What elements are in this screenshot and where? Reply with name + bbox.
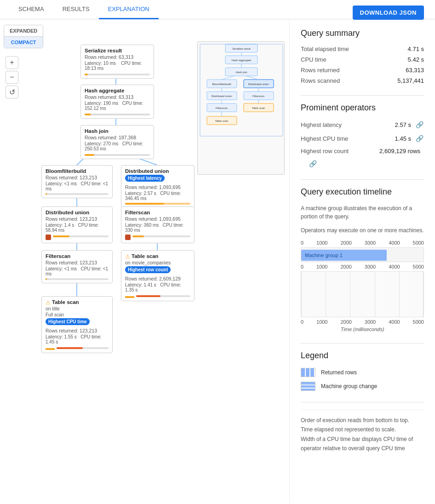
svg-text:Serialize result: Serialize result xyxy=(232,47,251,50)
rows-scanned-value: 5,137,441 xyxy=(362,77,424,84)
svg-text:Table scan: Table scan xyxy=(252,107,265,109)
prominent-operators-title: Prominent operators xyxy=(301,103,424,113)
minimap[interactable]: Serialize result Hash aggregate Hash joi… xyxy=(197,41,285,175)
returned-rows-swatch xyxy=(301,368,315,377)
svg-line-35 xyxy=(222,76,235,80)
svg-text:Hash aggregate: Hash aggregate xyxy=(232,59,252,62)
left-panel: EXPANDED COMPACT + − ↺ xyxy=(0,19,290,503)
legend-returned-rows: Returned rows xyxy=(301,368,424,377)
legend-section: Legend Returned rows Machine group chang… xyxy=(301,351,424,391)
highest-latency-badge: Highest latency xyxy=(125,175,165,182)
footer-note-1: Order of execution reads from bottom to … xyxy=(301,416,424,425)
footer-note-3: Width of a CPU time bar displays CPU tim… xyxy=(301,435,424,453)
graph-area[interactable]: Serialize result Rows returned: 63,313 L… xyxy=(0,19,289,503)
node-tablescan-title[interactable]: ⚠ Table scan on title Full scan Highest … xyxy=(41,296,113,353)
machine-group-swatch xyxy=(301,382,315,391)
timeline-axis-top: 0 1000 2000 3000 4000 5000 xyxy=(301,240,424,246)
right-panel: Query summary Total elapsed time 4.71 s … xyxy=(290,19,435,503)
machine-group-label: Machine group change xyxy=(321,383,377,389)
svg-text:Filterscan: Filterscan xyxy=(252,95,264,97)
divider-1 xyxy=(301,95,424,96)
returned-rows-label: Returned rows xyxy=(321,369,357,376)
svg-text:Distributed union: Distributed union xyxy=(211,95,232,97)
timeline-desc1: A machine group illustrates the executio… xyxy=(301,204,424,221)
highest-row-count-badge: Highest row count xyxy=(125,266,171,273)
tab-schema[interactable]: SCHEMA xyxy=(9,0,53,19)
zoom-out-button[interactable]: − xyxy=(6,71,18,84)
tab-explanation[interactable]: EXPLANATION xyxy=(99,0,159,19)
tab-results[interactable]: RESULTS xyxy=(53,0,99,19)
highest-latency-row: Highest latency 2.57 s 🔗 xyxy=(301,120,424,129)
summary-grid: Total elapsed time 4.71 s CPU time 5.42 … xyxy=(301,46,424,84)
expanded-toggle[interactable]: EXPANDED xyxy=(4,25,43,37)
divider-2 xyxy=(301,179,424,180)
warning-icon-title: ⚠ xyxy=(46,299,51,306)
zoom-reset-button[interactable]: ↺ xyxy=(6,86,18,98)
warning-icon: ⚠ xyxy=(125,253,130,260)
svg-text:Distributed union: Distributed union xyxy=(248,83,269,86)
timeline-section: Query execution timeline A machine group… xyxy=(301,187,424,332)
compact-toggle[interactable]: COMPACT xyxy=(4,37,43,48)
total-elapsed-label: Total elapsed time xyxy=(301,46,362,52)
highest-cpu-row: Highest CPU time 1.45 s 🔗 xyxy=(301,134,424,143)
legend-title: Legend xyxy=(301,351,424,361)
node-filterscan-2[interactable]: Filterscan Rows returned: 123,213 Latenc… xyxy=(41,250,113,283)
svg-text:Bloomfilterbuild: Bloomfilterbuild xyxy=(212,83,231,86)
svg-text:Filterscan: Filterscan xyxy=(216,107,228,109)
node-bloomfilterbuild[interactable]: Bloomfilterbuild Rows returned: 123,213 … xyxy=(41,165,113,198)
node-hash-aggregate[interactable]: Hash aggregate Rows returned: 63,313 Lat… xyxy=(80,85,154,119)
main-container: EXPANDED COMPACT + − ↺ xyxy=(0,19,435,503)
timeline-axis-bottom2: 0 1000 2000 3000 4000 5000 xyxy=(301,319,424,325)
svg-text:Hash join: Hash join xyxy=(235,71,247,74)
timeline-title: Query execution timeline xyxy=(301,187,424,197)
node-tablescan-companies[interactable]: ⚠ Table scan on movie_companies Highest … xyxy=(121,250,195,301)
cpu-time-label: CPU time xyxy=(301,56,362,63)
node-serialize[interactable]: Serialize result Rows returned: 63,313 L… xyxy=(80,45,154,79)
highest-latency-link[interactable]: 🔗 xyxy=(415,120,424,129)
query-summary-title: Query summary xyxy=(301,29,424,38)
timeline-bar-area: Machine group 1 xyxy=(301,247,424,262)
highest-row-count-row: Highest row count 2,609,129 rows xyxy=(301,148,424,155)
footer-note-2: Time elapsed not represented to scale. xyxy=(301,425,424,434)
machine-group-bar: Machine group 1 xyxy=(301,250,387,261)
node-distributed-union-2[interactable]: Distributed union Rows returned: 123,213… xyxy=(41,206,113,243)
legend-machine-change: Machine group change xyxy=(301,382,424,391)
view-toggle: EXPANDED COMPACT xyxy=(4,25,43,48)
cpu-time-value: 5.42 s xyxy=(362,56,424,63)
highest-row-link[interactable]: 🔗 xyxy=(308,159,317,168)
node-hash-join[interactable]: Hash join Rows returned: 187,368 Latency… xyxy=(80,125,154,159)
rows-returned-value: 63,313 xyxy=(362,67,424,74)
zoom-in-button[interactable]: + xyxy=(6,56,18,69)
svg-line-36 xyxy=(246,76,258,80)
zoom-controls: + − ↺ xyxy=(6,56,18,98)
timeline-axis-bottom: 0 1000 2000 3000 4000 5000 xyxy=(301,264,424,269)
download-json-button[interactable]: DOWNLOAD JSON xyxy=(353,6,424,20)
total-elapsed-value: 4.71 s xyxy=(362,46,424,52)
footer-notes: Order of execution reads from bottom to … xyxy=(301,410,424,453)
timeline-x-label: Time (milliseconds) xyxy=(301,326,424,332)
node-filterscan-1[interactable]: Filterscan Rows returned: 1,093,695 Late… xyxy=(121,206,195,243)
highest-cpu-badge: Highest CPU time xyxy=(46,318,90,325)
highest-cpu-link[interactable]: 🔗 xyxy=(415,134,424,143)
divider-4 xyxy=(301,402,424,402)
node-distributed-union-1[interactable]: Distributed union Highest latency Rows r… xyxy=(121,165,195,208)
rows-scanned-label: Rows scanned xyxy=(301,77,362,84)
divider-3 xyxy=(301,343,424,344)
timeline-chart-body xyxy=(301,271,424,317)
timeline-desc2: Operators may execute on one or more mac… xyxy=(301,226,424,235)
prominent-operators-section: Prominent operators Highest latency 2.57… xyxy=(301,103,424,168)
rows-returned-label: Rows returned xyxy=(301,67,362,74)
svg-text:Table scan: Table scan xyxy=(215,120,229,122)
query-summary-section: Query summary Total elapsed time 4.71 s … xyxy=(301,29,424,84)
